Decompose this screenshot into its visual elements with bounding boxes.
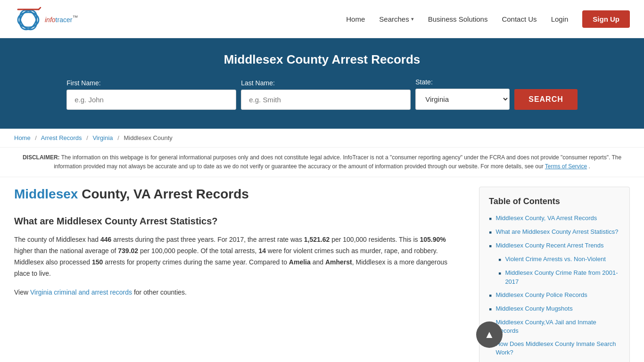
breadcrumb: Home / Arrest Records / Virginia / Middl… — [0, 129, 644, 148]
toc-item-2: ▪ What are Middlesex County Arrest Stati… — [489, 228, 620, 237]
first-name-label: First Name: — [66, 79, 100, 87]
scroll-to-top-button[interactable]: ▲ — [476, 321, 503, 348]
county1: Amelia — [289, 258, 311, 266]
nav-searches[interactable]: Searches ▾ — [379, 15, 413, 23]
toc-link-8[interactable]: Middlesex County,VA Jail and Inmate Reco… — [495, 318, 620, 335]
toc-link-9[interactable]: How Does Middlesex County Inmate Search … — [495, 340, 620, 357]
hero-title: Middlesex County Arrest Records — [9, 52, 635, 67]
state-group: State: Virginia Alabama Alaska Arizona C… — [415, 78, 510, 110]
toc-bullet-2: ▪ — [489, 228, 492, 237]
nav-login[interactable]: Login — [551, 15, 569, 23]
breadcrumb-sep-2: / — [86, 134, 88, 141]
national-avg: 739.02 — [118, 247, 138, 255]
toc-item-8: ▪ Middlesex County,VA Jail and Inmate Re… — [489, 318, 620, 335]
toc-item-4: ▪ Violent Crime Arrests vs. Non-Violent — [498, 255, 620, 264]
toc-sub-list: ▪ Violent Crime Arrests vs. Non-Violent … — [489, 255, 620, 286]
toc-bullet-1: ▪ — [489, 214, 492, 223]
para1-b: arrests during the past three years. For… — [111, 236, 304, 243]
disclaimer-section: DISCLAIMER: The information on this webp… — [0, 148, 644, 177]
toc-link-6[interactable]: Middlesex County Police Records — [495, 291, 587, 299]
para1-g: arrests for property crimes during the s… — [103, 258, 289, 266]
arrests-count: 446 — [100, 236, 111, 243]
last-name-input[interactable] — [241, 90, 411, 110]
nav-contact[interactable]: Contact Us — [502, 15, 537, 23]
para1-e: per 100,000 people. Of the total arrests… — [138, 247, 258, 255]
arrest-rate: 1,521.62 — [304, 236, 330, 243]
breadcrumb-home[interactable]: Home — [14, 134, 31, 141]
svg-point-2 — [17, 7, 40, 33]
toc-link-7[interactable]: Middlesex County Mugshots — [495, 304, 572, 313]
view-records-prefix: View — [14, 288, 30, 296]
svg-line-4 — [39, 8, 41, 9]
para1-d: higher than the national average of — [14, 247, 118, 255]
search-button[interactable]: SEARCH — [514, 89, 578, 110]
view-records-paragraph: View Virginia criminal and arrest record… — [14, 287, 465, 298]
article-title: Middlesex County, VA Arrest Records — [14, 187, 465, 202]
breadcrumb-arrest-records[interactable]: Arrest Records — [41, 134, 82, 141]
para1-h: and — [311, 258, 325, 266]
hero-section: Middlesex County Arrest Records First Na… — [0, 38, 644, 129]
breadcrumb-county: Middlesex County — [124, 134, 172, 141]
disclaimer-label: DISCLAIMER: — [23, 154, 60, 161]
nav-home[interactable]: Home — [346, 15, 365, 23]
disclaimer-text: The information on this webpage is for g… — [54, 154, 621, 170]
breadcrumb-sep-3: / — [117, 134, 119, 141]
toc-bullet-4: ▪ — [498, 255, 501, 264]
toc-link-3[interactable]: Middlesex County Recent Arrest Trends — [495, 241, 603, 250]
toc-bullet-7: ▪ — [489, 305, 492, 313]
scroll-top-icon: ▲ — [484, 329, 495, 341]
article: Middlesex County, VA Arrest Records What… — [14, 187, 479, 307]
toc-link-1[interactable]: Middlesex County, VA Arrest Records — [495, 214, 597, 222]
state-label: State: — [415, 78, 433, 86]
toc-item-1: ▪ Middlesex County, VA Arrest Records — [489, 214, 620, 223]
para1-a: The county of Middlesex had — [14, 236, 100, 243]
last-name-label: Last Name: — [241, 79, 275, 87]
para1-c: per 100,000 residents. This is — [330, 236, 420, 243]
view-records-suffix: for other counties. — [132, 288, 187, 296]
toc-link-4[interactable]: Violent Crime Arrests vs. Non-Violent — [505, 255, 605, 263]
toc-title: Table of Contents — [489, 197, 620, 206]
breadcrumb-virginia[interactable]: Virginia — [92, 134, 113, 141]
violent-count: 14 — [258, 247, 266, 255]
toc-item-3: ▪ Middlesex County Recent Arrest Trends — [489, 241, 620, 250]
toc-link-2[interactable]: What are Middlesex County Arrest Statist… — [495, 228, 618, 236]
search-form: First Name: Last Name: State: Virginia A… — [9, 78, 635, 110]
property-count: 150 — [92, 258, 103, 266]
signup-button[interactable]: Sign Up — [582, 10, 630, 28]
toc-list: ▪ Middlesex County, VA Arrest Records ▪ … — [489, 214, 620, 357]
first-name-group: First Name: — [66, 79, 236, 110]
toc-item-5: ▪ Middlesex County Crime Rate from 2001-… — [498, 269, 620, 286]
last-name-group: Last Name: — [241, 79, 411, 110]
logo-info-text: info — [45, 16, 56, 24]
logo: infotracer™ — [14, 5, 78, 33]
higher-pct: 105.90% — [420, 236, 446, 243]
toc-bullet-5: ▪ — [498, 269, 501, 278]
terms-of-service-link[interactable]: Terms of Service — [545, 163, 587, 170]
toc-item-6: ▪ Middlesex County Police Records — [489, 291, 620, 300]
state-select[interactable]: Virginia Alabama Alaska Arizona Californ… — [415, 89, 510, 110]
logo-tracer-text: tracer — [56, 16, 73, 24]
article-paragraph1: The county of Middlesex had 446 arrests … — [14, 234, 465, 279]
first-name-input[interactable] — [66, 90, 236, 110]
toc-link-5[interactable]: Middlesex County Crime Rate from 2001-20… — [505, 269, 620, 286]
logo-tm: ™ — [72, 14, 78, 21]
toc-item-9: ▪ How Does Middlesex County Inmate Searc… — [489, 340, 620, 357]
logo-icon — [14, 5, 42, 33]
chevron-down-icon: ▾ — [411, 16, 414, 22]
article-title-highlight: Middlesex — [14, 187, 78, 201]
nav-business[interactable]: Business Solutions — [428, 15, 488, 23]
main-content: Middlesex County, VA Arrest Records What… — [0, 177, 644, 362]
toc-bullet-6: ▪ — [489, 291, 492, 300]
main-nav: Home Searches ▾ Business Solutions Conta… — [346, 10, 630, 28]
toc-bullet-3: ▪ — [489, 242, 492, 250]
toc-item-7: ▪ Middlesex County Mugshots — [489, 304, 620, 313]
article-title-rest: County, VA Arrest Records — [78, 187, 249, 201]
header: infotracer™ Home Searches ▾ Business Sol… — [0, 0, 644, 38]
disclaimer-suffix: . — [589, 163, 590, 170]
county2: Amherst — [325, 258, 352, 266]
section1-title: What are Middlesex County Arrest Statist… — [14, 216, 465, 227]
breadcrumb-sep-1: / — [35, 134, 37, 141]
virginia-records-link[interactable]: Virginia criminal and arrest records — [30, 288, 132, 296]
